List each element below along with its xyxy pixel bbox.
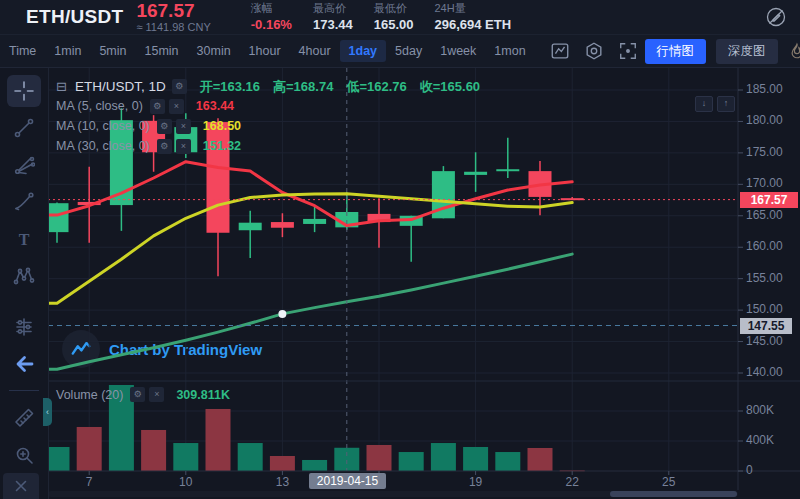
- time-axis[interactable]: 71013161922252019-04-15: [0, 471, 800, 491]
- header-stat: 24H量296,694 ETH: [434, 3, 511, 31]
- chart-canvas[interactable]: [0, 0, 800, 499]
- tf-1day[interactable]: 1day: [340, 40, 387, 62]
- axis-tick-label: 170.00: [746, 176, 783, 190]
- svg-text:T: T: [19, 230, 30, 247]
- header-stats: 涨幅-0.16%最高价173.44最低价165.0024H量296,694 ET…: [251, 3, 532, 31]
- toolbar-collapse-tab[interactable]: ‹: [43, 398, 52, 426]
- header-stat: 涨幅-0.16%: [251, 3, 292, 31]
- ruler-icon: [7, 402, 41, 434]
- axis-tick-label: 165.00: [746, 208, 783, 222]
- tool-zoom-in[interactable]: [0, 436, 48, 473]
- pane-icon[interactable]: ⊟: [56, 80, 67, 93]
- axis-tick-label: 145.00: [746, 334, 783, 348]
- header-stat: 最低价165.00: [374, 3, 414, 31]
- gear-icon[interactable]: ⚙: [172, 79, 187, 94]
- ma-legend-row: MA (5, close, 0)⚙×163.44: [56, 99, 493, 114]
- scale-buttons: ↓ ↑: [695, 96, 739, 112]
- close-icon[interactable]: ×: [176, 139, 191, 154]
- forecast-icon: [7, 311, 41, 343]
- close-icon[interactable]: ×: [169, 99, 184, 114]
- indicators-icon[interactable]: [584, 41, 604, 61]
- gear-icon[interactable]: ⚙: [157, 119, 172, 134]
- last-price: 167.57: [136, 1, 210, 20]
- tf-1min[interactable]: 1min: [45, 40, 90, 62]
- axis-tick-label: 160.00: [746, 239, 783, 253]
- tool-brush[interactable]: [0, 183, 48, 220]
- axis-tick-label: 155.00: [746, 271, 783, 285]
- trading-app: Chart by TradingView ETH/USDT 167.57 ≈ 1…: [0, 0, 800, 499]
- price-block: 167.57 ≈ 1141.98 CNY: [136, 1, 210, 33]
- tool-crosshair[interactable]: [0, 72, 48, 109]
- fullscreen-icon[interactable]: [618, 41, 638, 61]
- time-tick-label: 10: [161, 475, 211, 489]
- ohlc-开: 开=163.16: [200, 80, 260, 93]
- time-tick-label: 19: [451, 475, 501, 489]
- axis-tick-label: 180.00: [746, 113, 783, 127]
- legend-title: ETH/USDT, 1D: [75, 80, 166, 94]
- tf-4hour[interactable]: 4hour: [290, 40, 340, 62]
- header: ETH/USDT 167.57 ≈ 1141.98 CNY 涨幅-0.16%最高…: [0, 0, 800, 34]
- trend-line-icon: [7, 112, 41, 144]
- tf-15min[interactable]: 15min: [136, 40, 188, 62]
- axis-tick-label: 150.00: [746, 302, 783, 316]
- scale-down-icon[interactable]: ↓: [695, 96, 713, 112]
- ohlc-高: 高=168.74: [273, 80, 333, 93]
- price-axis[interactable]: 185.00180.00175.00170.00165.00160.00155.…: [740, 0, 800, 499]
- time-tick-label: 13: [257, 475, 307, 489]
- tool-arrow-left[interactable]: [0, 345, 48, 382]
- volume-legend: Volume (20) ⚙ × 309.811K: [56, 387, 230, 402]
- last-price-label: 167.57: [740, 192, 798, 208]
- gear-icon[interactable]: ⚙: [150, 99, 165, 114]
- view-btn-depth[interactable]: 深度图: [716, 39, 778, 64]
- close-icon[interactable]: ×: [149, 387, 164, 402]
- tool-pitchfork[interactable]: [0, 146, 48, 183]
- axis-tick-label: 800K: [746, 403, 774, 417]
- tool-text[interactable]: T: [0, 220, 48, 257]
- hide-drawings-icon[interactable]: [764, 5, 788, 29]
- tool-clear-drawings[interactable]: [3, 473, 39, 499]
- time-tick-label: 25: [644, 475, 694, 489]
- ohlc-values: 开=163.16高=168.74低=162.76收=165.60: [200, 80, 493, 93]
- view-btn-market[interactable]: 行情图: [645, 39, 707, 64]
- ma-legend-row: MA (10, close, 0)⚙×168.50: [56, 119, 493, 134]
- flame-icon[interactable]: [788, 42, 800, 60]
- axis-tick-label: 400K: [746, 433, 774, 447]
- symbol-title: ETH/USDT: [26, 6, 123, 28]
- tf-time[interactable]: Time: [0, 40, 45, 62]
- tf-1mon[interactable]: 1mon: [485, 40, 534, 62]
- scale-up-icon[interactable]: ↑: [717, 96, 735, 112]
- tf-30min[interactable]: 30min: [188, 40, 240, 62]
- crosshair-icon: [7, 75, 41, 107]
- tool-ruler[interactable]: [0, 399, 48, 436]
- scrollbar-thumb[interactable]: [610, 491, 737, 497]
- tf-1week[interactable]: 1week: [431, 40, 485, 62]
- toolbar-divider: [9, 390, 39, 391]
- ohlc-收: 收=165.60: [420, 80, 480, 93]
- tool-forecast[interactable]: [0, 308, 48, 345]
- gear-icon[interactable]: ⚙: [157, 139, 172, 154]
- xabcd-pattern-icon: [7, 260, 41, 292]
- tool-xabcd-pattern[interactable]: [0, 257, 48, 294]
- tf-1hour[interactable]: 1hour: [240, 40, 290, 62]
- view-switch: 行情图深度图: [645, 39, 778, 64]
- axis-tick-label: 185.00: [746, 82, 783, 96]
- chart-tool-icons: [543, 41, 645, 61]
- axis-tick-label: 140.00: [746, 365, 783, 379]
- volume-value: 309.811K: [176, 388, 230, 402]
- drawing-toolbar: T: [0, 68, 49, 499]
- chart-style-icon[interactable]: [550, 41, 570, 61]
- gear-icon[interactable]: ⚙: [130, 387, 145, 402]
- tf-5day[interactable]: 5day: [386, 40, 431, 62]
- pitchfork-icon: [7, 149, 41, 181]
- ma-legend-row: MA (30, close, 0)⚙×151.32: [56, 139, 493, 154]
- timeframe-bar: Time1min5min15min30min1hour4hour1day5day…: [0, 34, 800, 68]
- ohlc-低: 低=162.76: [346, 80, 406, 93]
- axis-tick-label: 175.00: [746, 145, 783, 159]
- text-icon: T: [7, 223, 41, 255]
- level-price-label: 147.55: [740, 318, 792, 334]
- close-icon[interactable]: ×: [176, 119, 191, 134]
- tf-5min[interactable]: 5min: [90, 40, 135, 62]
- tool-trend-line[interactable]: [0, 109, 48, 146]
- arrow-left-icon: [7, 348, 41, 380]
- zoom-in-icon: [7, 439, 41, 471]
